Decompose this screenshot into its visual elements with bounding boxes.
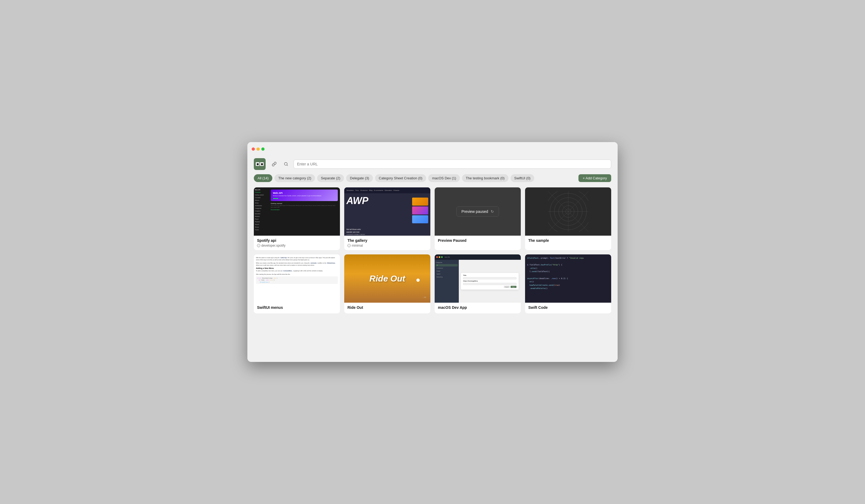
bookmark-card-swiftui[interactable]: With the option to create apps using the… bbox=[254, 255, 340, 313]
card-title-macos: macOS Dev App bbox=[438, 305, 518, 309]
toolbar bbox=[247, 156, 618, 174]
card-info-swiftui: SwiftUI menus bbox=[254, 303, 340, 313]
dot-red bbox=[436, 256, 438, 258]
bookmark-card-code[interactable]: $fieldText, prompt: Text(textError ? "In… bbox=[525, 255, 611, 313]
category-delegate[interactable]: Delegate (3) bbox=[346, 174, 373, 182]
bookmark-card-rideout[interactable]: Ride Out ...m Ride Out bbox=[344, 255, 430, 313]
main-window: All (14) The new category (2) Separate (… bbox=[247, 142, 618, 362]
category-all[interactable]: All (14) bbox=[254, 174, 272, 182]
titlebar bbox=[247, 142, 618, 156]
card-info-paused: Preview Paused bbox=[435, 236, 521, 246]
bookmark-card-gallery[interactable]: Templates Tony Announce Blog E-commerce … bbox=[344, 187, 430, 250]
card-preview-code: $fieldText, prompt: Text(textError ? "In… bbox=[525, 255, 611, 303]
card-title-paused: Preview Paused bbox=[438, 238, 518, 243]
card-info-sample: The sample bbox=[525, 236, 611, 246]
card-subtitle-spotify: ○ developer.spotify bbox=[257, 244, 337, 247]
category-macos[interactable]: macOS Dev (1) bbox=[428, 174, 460, 182]
minimize-button[interactable] bbox=[256, 148, 260, 151]
app-icon bbox=[254, 158, 266, 170]
app-main: Title https://somegallery Cancel Save bbox=[459, 260, 521, 303]
card-preview-macos: Add URL Categories All Architecture Desi… bbox=[435, 255, 521, 303]
bookmark-card-paused[interactable]: Preview paused ↻ Preview Paused bbox=[435, 187, 521, 250]
dot-green bbox=[441, 256, 443, 258]
subtitle-icon-spotify: ○ bbox=[257, 244, 260, 247]
eye-right bbox=[260, 162, 264, 166]
bookmarks-grid: Web API Overview Getting started Concept… bbox=[247, 187, 618, 320]
link-icon[interactable] bbox=[270, 160, 278, 168]
card-info-macos: macOS Dev App bbox=[435, 303, 521, 313]
eye-left bbox=[256, 162, 260, 166]
bookmark-card-macos[interactable]: Add URL Categories All Architecture Desi… bbox=[435, 255, 521, 313]
card-title-sample: The sample bbox=[528, 238, 608, 243]
bookmark-card-spotify[interactable]: Web API Overview Getting started Concept… bbox=[254, 187, 340, 250]
category-testing[interactable]: The testing bookmark (0) bbox=[462, 174, 508, 182]
url-input[interactable] bbox=[293, 160, 611, 168]
cursor-icon bbox=[416, 279, 419, 282]
card-title-gallery: The gallery bbox=[347, 238, 427, 243]
card-preview-spotify: Web API Overview Getting started Concept… bbox=[254, 187, 340, 236]
search-icon[interactable] bbox=[282, 160, 290, 168]
paused-badge: Preview paused ↻ bbox=[457, 207, 499, 216]
add-category-button[interactable]: + Add Category bbox=[578, 174, 611, 182]
app-toolbar: Add URL bbox=[435, 255, 521, 260]
paused-label: Preview paused bbox=[461, 209, 488, 214]
subtitle-icon-gallery: ○ bbox=[347, 244, 351, 247]
maximize-button[interactable] bbox=[261, 148, 265, 151]
save-btn: Save bbox=[510, 286, 517, 288]
categories-bar: All (14) The new category (2) Separate (… bbox=[247, 174, 618, 187]
app-body: Categories All Architecture Design Swift… bbox=[435, 260, 521, 303]
traffic-lights bbox=[252, 148, 265, 151]
card-preview-sample bbox=[525, 187, 611, 236]
pupil-left bbox=[257, 163, 258, 165]
spotify-main: Web API Retrieve metadata from Spotify c… bbox=[268, 187, 340, 236]
card-preview-paused: Preview paused ↻ bbox=[435, 187, 521, 236]
card-preview-gallery: Templates Tony Announce Blog E-commerce … bbox=[344, 187, 430, 236]
spotify-sidebar: Web API Overview Getting started Concept… bbox=[254, 187, 268, 236]
card-subtitle-gallery: ○ minimal bbox=[347, 244, 427, 247]
gallery-nav: Templates Tony Announce Blog E-commerce … bbox=[344, 187, 430, 193]
cancel-btn: Cancel bbox=[504, 286, 510, 288]
app-sidebar: Categories All Architecture Design Swift… bbox=[435, 260, 459, 303]
close-button[interactable] bbox=[252, 148, 255, 151]
dot-yellow bbox=[439, 256, 440, 258]
card-title-code: Swift Code bbox=[528, 305, 608, 309]
card-info-gallery: The gallery ○ minimal bbox=[344, 236, 430, 250]
refresh-icon[interactable]: ↻ bbox=[491, 209, 494, 214]
card-preview-rideout: Ride Out ...m bbox=[344, 255, 430, 303]
category-swiftui[interactable]: SwiftUI (0) bbox=[510, 174, 534, 182]
card-info-spotify: Spotify api ○ developer.spotify bbox=[254, 236, 340, 250]
card-title-spotify: Spotify api bbox=[257, 238, 337, 243]
card-preview-swiftui: With the option to create apps using the… bbox=[254, 255, 340, 303]
pupil-right bbox=[261, 163, 263, 165]
category-new[interactable]: The new category (2) bbox=[275, 174, 315, 182]
category-sheet[interactable]: Category Sheet Creation (0) bbox=[375, 174, 426, 182]
card-title-swiftui: SwiftUI menus bbox=[257, 305, 337, 309]
rideout-title: Ride Out bbox=[369, 274, 405, 284]
bookmark-card-sample[interactable]: The sample bbox=[525, 187, 611, 250]
card-title-rideout: Ride Out bbox=[347, 305, 427, 309]
card-info-code: Swift Code bbox=[525, 303, 611, 313]
sample-circles bbox=[548, 191, 588, 232]
bookmark-form: Title https://somegallery Cancel Save bbox=[461, 273, 519, 290]
category-separate[interactable]: Separate (2) bbox=[317, 174, 344, 182]
logo-eyes bbox=[256, 162, 264, 166]
card-info-rideout: Ride Out bbox=[344, 303, 430, 313]
app-logo bbox=[254, 158, 266, 170]
